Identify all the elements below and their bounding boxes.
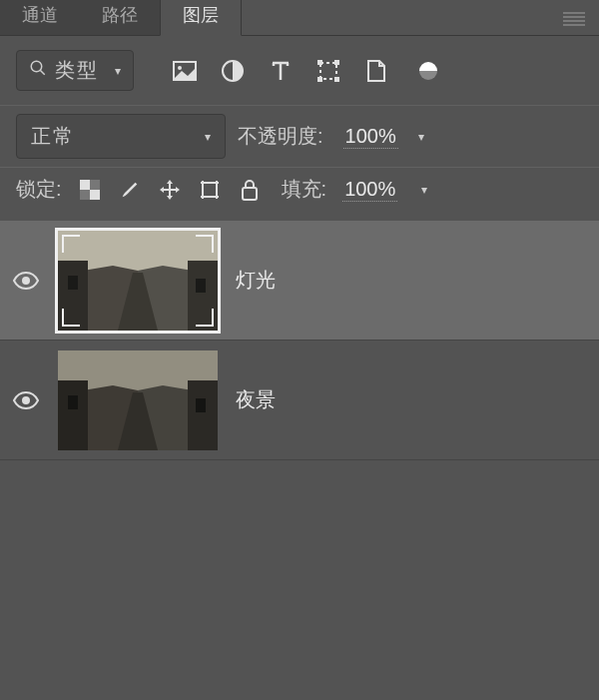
search-icon: [29, 59, 47, 82]
tab-layers[interactable]: 图层: [160, 0, 242, 36]
layer-row[interactable]: 夜景: [0, 341, 599, 460]
svg-point-0: [31, 61, 42, 72]
shape-filter-icon[interactable]: [315, 58, 341, 84]
layer-row[interactable]: 灯光: [0, 221, 599, 341]
layers-panel: 通道 路径 图层 类型 ▾: [0, 0, 599, 700]
panel-menu-icon[interactable]: [563, 12, 585, 26]
filter-toggle-icon[interactable]: [419, 62, 437, 80]
svg-rect-5: [320, 63, 336, 79]
svg-rect-12: [90, 180, 100, 190]
layer-name[interactable]: 灯光: [236, 267, 276, 294]
svg-rect-28: [68, 276, 78, 290]
eye-icon: [13, 272, 39, 290]
svg-rect-13: [80, 190, 90, 200]
blend-row: 正常 ▾ 不透明度: 100% ▾: [0, 105, 599, 167]
svg-point-20: [22, 277, 30, 285]
layer-thumbnail[interactable]: [58, 350, 218, 450]
adjustment-filter-icon[interactable]: [220, 58, 246, 84]
layer-list: 灯光 夜景: [0, 221, 599, 700]
lock-row: 锁定: 填充: 100% ▾: [0, 167, 599, 221]
svg-rect-14: [203, 183, 217, 197]
svg-rect-9: [334, 77, 339, 82]
lock-artboard-icon[interactable]: [198, 178, 222, 202]
svg-rect-11: [90, 190, 100, 200]
layer-type-filter-dropdown[interactable]: 类型 ▾: [16, 50, 134, 91]
lock-transparency-icon[interactable]: [78, 178, 102, 202]
visibility-toggle[interactable]: [12, 269, 40, 293]
filter-icons: [172, 58, 437, 84]
svg-point-3: [178, 66, 182, 70]
svg-rect-10: [80, 180, 90, 190]
svg-rect-38: [68, 395, 78, 409]
svg-rect-39: [196, 398, 206, 412]
layer-name[interactable]: 夜景: [236, 386, 276, 413]
svg-rect-29: [196, 279, 206, 293]
tab-channels[interactable]: 通道: [0, 0, 80, 35]
image-filter-icon[interactable]: [172, 58, 198, 84]
svg-rect-26: [58, 261, 88, 331]
lock-all-icon[interactable]: [238, 178, 262, 202]
type-filter-label: 类型: [55, 57, 99, 84]
lock-position-icon[interactable]: [158, 178, 182, 202]
svg-rect-19: [243, 188, 257, 200]
opacity-value[interactable]: 100%: [343, 125, 398, 149]
chevron-down-icon: ▾: [205, 130, 211, 144]
svg-rect-6: [317, 60, 322, 65]
svg-rect-36: [58, 380, 88, 450]
fill-label: 填充:: [282, 176, 327, 203]
chevron-down-icon[interactable]: ▾: [418, 130, 424, 144]
blend-mode-dropdown[interactable]: 正常 ▾: [16, 114, 226, 159]
blend-mode-label: 正常: [31, 123, 75, 150]
layer-thumbnail[interactable]: [58, 231, 218, 331]
smartobject-filter-icon[interactable]: [363, 58, 389, 84]
visibility-toggle[interactable]: [12, 388, 40, 412]
eye-icon: [13, 391, 39, 409]
chevron-down-icon: ▾: [115, 64, 121, 78]
svg-rect-8: [317, 77, 322, 82]
lock-brush-icon[interactable]: [118, 178, 142, 202]
svg-point-30: [22, 396, 30, 404]
svg-line-1: [40, 70, 45, 75]
chevron-down-icon[interactable]: ▾: [421, 183, 427, 197]
filter-row: 类型 ▾: [0, 36, 599, 105]
svg-rect-7: [334, 60, 339, 65]
svg-rect-37: [188, 380, 218, 450]
svg-rect-27: [188, 261, 218, 331]
opacity-label: 不透明度:: [238, 123, 323, 150]
lock-label: 锁定:: [16, 176, 62, 203]
tab-bar: 通道 路径 图层: [0, 0, 599, 36]
tab-paths[interactable]: 路径: [80, 0, 160, 35]
text-filter-icon[interactable]: [268, 58, 294, 84]
fill-value[interactable]: 100%: [342, 178, 397, 202]
